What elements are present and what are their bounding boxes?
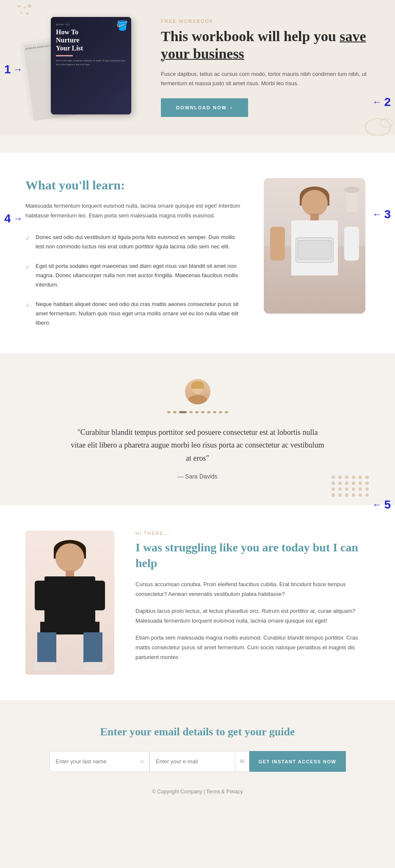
deco-dot xyxy=(345,481,348,485)
about-body xyxy=(44,576,95,623)
annotation-arrow-3: ← xyxy=(372,209,381,220)
deco-dot xyxy=(352,487,355,491)
deco-dot xyxy=(365,487,369,491)
testimonial-quote: "Curabitur blandit tempus porttitor sed … xyxy=(71,426,325,465)
about-shoe-left xyxy=(33,662,56,670)
deco-dot xyxy=(359,476,362,479)
svg-point-2 xyxy=(28,4,31,8)
learn-item-3: Neque habitant aliquet donec sed odio du… xyxy=(36,300,243,328)
deco-dot xyxy=(359,487,362,491)
deco-dot xyxy=(345,476,348,479)
hero-section: Build the future you want for yourself 🪣… xyxy=(0,0,395,136)
dots-decoration xyxy=(331,476,370,497)
footer-spacer xyxy=(17,795,378,803)
arm-left xyxy=(270,227,285,261)
annotation-number-1: 1 xyxy=(4,63,11,76)
deco-dot xyxy=(352,481,355,485)
page-wrapper: 1 → 2 ← 3 ← 4 → 5 ← xyxy=(0,0,395,816)
about-image xyxy=(25,531,114,675)
deco-dot xyxy=(338,493,342,497)
person-illustration xyxy=(264,178,365,314)
annotation-5: 5 ← xyxy=(372,498,391,512)
dot-7 xyxy=(213,411,216,413)
about-title: I was struggling like you are today but … xyxy=(135,540,370,571)
annotation-number-5: 5 xyxy=(384,498,391,512)
learn-image xyxy=(264,178,365,314)
arm-right xyxy=(344,227,359,261)
learn-item-1: Donec sed odio dui vestibulum id ligula … xyxy=(36,233,243,251)
dot-1 xyxy=(167,411,171,413)
email-input[interactable] xyxy=(149,751,235,772)
hero-content: FREE WORKBOOK This workbook will help yo… xyxy=(161,19,370,117)
list-item: ✓ Neque habitant aliquet donec sed odio … xyxy=(25,300,243,328)
dot-4 xyxy=(195,411,199,413)
download-button[interactable]: DOWNLOAD NOW › xyxy=(161,98,248,117)
deco-dot xyxy=(338,487,342,491)
svg-point-6 xyxy=(380,119,393,127)
hero-title: This workbook will help you save your bu… xyxy=(161,28,370,63)
learn-intro: Malesuada fermentum torquent euismod nul… xyxy=(25,201,243,221)
dot-5 xyxy=(201,411,204,413)
book-main: 🪣 How To How ToNurtureYour List How to b… xyxy=(51,17,131,114)
annotation-number-4: 4 xyxy=(4,212,11,225)
learn-image-container xyxy=(264,178,370,314)
svg-point-4 xyxy=(26,12,29,15)
last-name-input[interactable] xyxy=(50,751,135,772)
about-leg-right xyxy=(83,632,102,666)
annotation-arrow-4: → xyxy=(14,213,23,224)
annotation-arrow-2: ← xyxy=(372,97,381,108)
watering-can-icon: 🪣 xyxy=(116,20,128,31)
check-icon-1: ✓ xyxy=(25,234,30,244)
annotation-arrow-5: ← xyxy=(372,499,381,510)
list-item: ✓ Eget sit porta sodales eget maecenas s… xyxy=(25,262,243,289)
dot-3 xyxy=(189,411,193,413)
deco-dot xyxy=(365,481,369,485)
annotation-2: 2 ← xyxy=(372,95,391,109)
deco-top xyxy=(17,4,34,19)
email-form: ☺ ✉ GET INSTANT ACCESS NOW xyxy=(50,751,346,772)
svg-point-3 xyxy=(20,12,22,14)
about-arm-right xyxy=(92,581,105,610)
svg-point-0 xyxy=(18,5,20,8)
about-head xyxy=(55,543,84,572)
get-access-button[interactable]: GET INSTANT ACCESS NOW xyxy=(249,751,346,772)
about-leg-left xyxy=(37,632,56,666)
deco-dot xyxy=(331,493,335,497)
deco-dot xyxy=(331,487,335,491)
avatar-hair xyxy=(191,381,204,389)
book-label: How To xyxy=(56,23,126,26)
email-icon: ✉ xyxy=(235,751,249,772)
deco-dot xyxy=(359,493,362,497)
about-arm-left xyxy=(35,581,47,610)
laptop-screen xyxy=(298,240,331,259)
dot-8 xyxy=(219,411,222,413)
deco-dot xyxy=(331,481,335,485)
deco-dot xyxy=(345,493,348,497)
deco-dot xyxy=(338,481,342,485)
learn-title: What you'll learn: xyxy=(25,178,243,192)
email-section: Enter your email details to get your gui… xyxy=(0,700,395,816)
learn-list: ✓ Donec sed odio dui vestibulum id ligul… xyxy=(25,233,243,328)
book-accent-line xyxy=(56,55,73,56)
spacer-1 xyxy=(0,136,395,153)
deco-dot xyxy=(352,476,355,479)
about-content: HI THERE... I was struggling like you ar… xyxy=(135,531,370,669)
user-icon: ☺ xyxy=(135,751,149,772)
testimonial-section: "Curabitur blandit tempus porttitor sed … xyxy=(0,353,395,506)
about-label: HI THERE... xyxy=(135,531,370,536)
hero-book-container: Build the future you want for yourself 🪣… xyxy=(17,17,144,119)
list-item: ✓ Donec sed odio dui vestibulum id ligul… xyxy=(25,233,243,251)
svg-point-1 xyxy=(24,7,25,8)
testimonial-avatar xyxy=(185,379,210,404)
head xyxy=(301,190,328,216)
about-shoe-right xyxy=(83,662,107,670)
learn-content: What you'll learn: Malesuada fermentum t… xyxy=(25,178,243,328)
about-para-2: Dapibus lacus proin lectus, at lectus ph… xyxy=(135,606,370,626)
annotation-3: 3 ← xyxy=(372,208,391,221)
download-button-label: DOWNLOAD NOW xyxy=(176,105,227,110)
hero-deco-bottom xyxy=(344,110,395,136)
chevron-right-icon: › xyxy=(230,105,233,110)
hero-label: FREE WORKBOOK xyxy=(161,19,370,24)
deco-dot xyxy=(365,493,369,497)
laptop xyxy=(296,237,334,263)
